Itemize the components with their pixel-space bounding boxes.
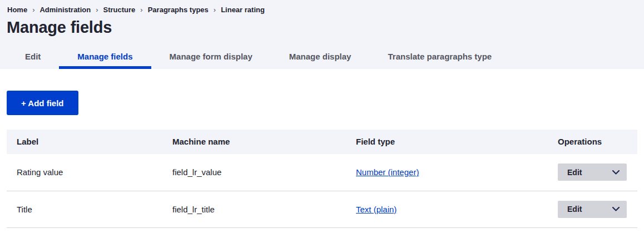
breadcrumb-item-home[interactable]: Home bbox=[7, 6, 27, 14]
breadcrumb-item-administration[interactable]: Administration bbox=[39, 6, 91, 14]
column-header-field-type: Field type bbox=[346, 130, 548, 154]
breadcrumb: Home › Administration › Structure › Para… bbox=[0, 5, 644, 14]
tab-manage-form-display[interactable]: Manage form display bbox=[151, 47, 271, 69]
field-label-cell: Rating value bbox=[7, 154, 162, 191]
breadcrumb-separator: › bbox=[140, 6, 142, 14]
chevron-down-icon bbox=[612, 207, 620, 211]
tab-translate-paragraphs-type[interactable]: Translate paragraphs type bbox=[369, 47, 510, 69]
page-title: Manage fields bbox=[7, 18, 637, 37]
fields-table: Label Machine name Field type Operations… bbox=[7, 130, 637, 228]
main-content: + Add field Label Machine name Field typ… bbox=[0, 69, 644, 228]
table-header-row: Label Machine name Field type Operations bbox=[7, 130, 637, 154]
tab-manage-fields[interactable]: Manage fields bbox=[59, 47, 151, 69]
chevron-down-icon bbox=[612, 170, 620, 175]
tab-edit[interactable]: Edit bbox=[7, 47, 59, 69]
machine-name-cell: field_lr_title bbox=[162, 191, 346, 227]
tab-manage-display[interactable]: Manage display bbox=[271, 47, 370, 69]
page-header: Home › Administration › Structure › Para… bbox=[0, 0, 644, 69]
field-type-link[interactable]: Number (integer) bbox=[356, 167, 419, 177]
add-field-button[interactable]: + Add field bbox=[7, 91, 78, 115]
column-header-operations: Operations bbox=[548, 130, 637, 154]
table-row: Title field_lr_title Text (plain) Edit bbox=[7, 191, 637, 227]
operations-cell: Edit bbox=[548, 154, 637, 191]
column-header-machine-name: Machine name bbox=[162, 130, 346, 154]
breadcrumb-separator: › bbox=[96, 6, 98, 14]
breadcrumb-item-linear-rating[interactable]: Linear rating bbox=[221, 6, 265, 14]
machine-name-cell: field_lr_value bbox=[162, 154, 346, 191]
breadcrumb-item-structure[interactable]: Structure bbox=[103, 6, 136, 14]
operations-cell: Edit bbox=[548, 191, 637, 227]
breadcrumb-separator: › bbox=[32, 6, 34, 14]
table-row: Rating value field_lr_value Number (inte… bbox=[7, 154, 637, 191]
breadcrumb-item-paragraphs-types[interactable]: Paragraphs types bbox=[148, 6, 209, 14]
edit-dropdown-button[interactable]: Edit bbox=[558, 163, 627, 181]
field-label-cell: Title bbox=[7, 191, 162, 227]
edit-dropdown-button[interactable]: Edit bbox=[558, 201, 627, 218]
breadcrumb-separator: › bbox=[214, 6, 216, 14]
edit-dropdown-label: Edit bbox=[567, 205, 582, 214]
field-type-cell: Text (plain) bbox=[346, 191, 548, 227]
field-type-cell: Number (integer) bbox=[346, 154, 548, 191]
column-header-label: Label bbox=[7, 130, 162, 154]
field-type-link[interactable]: Text (plain) bbox=[356, 205, 397, 214]
primary-tabs: Edit Manage fields Manage form display M… bbox=[7, 47, 644, 69]
edit-dropdown-label: Edit bbox=[567, 168, 582, 177]
